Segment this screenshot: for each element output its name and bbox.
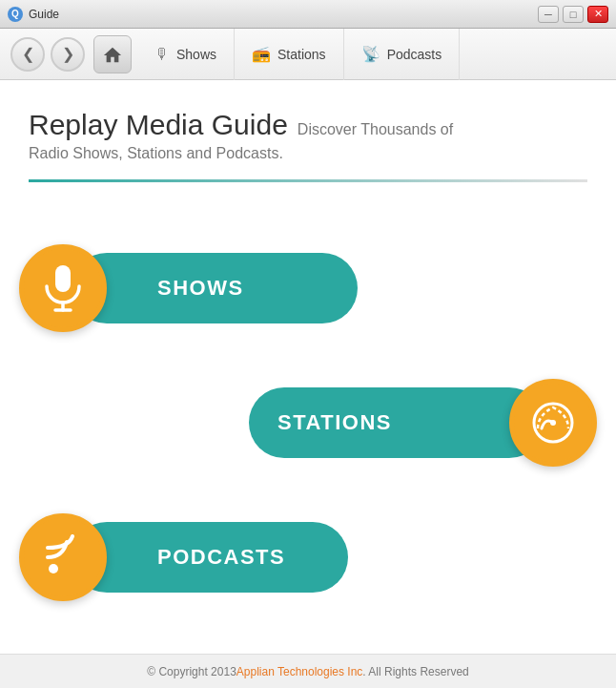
tab-podcasts[interactable]: 📡 Podcasts	[344, 29, 461, 80]
window-controls: ─ □ ✕	[538, 6, 608, 23]
title-bar: Q Guide ─ □ ✕	[0, 0, 616, 29]
shows-button[interactable]: SHOWS	[72, 253, 358, 323]
forward-button[interactable]: ❯	[51, 37, 85, 72]
close-button[interactable]: ✕	[587, 6, 608, 23]
microphone-svg-icon	[41, 263, 85, 313]
stations-circle-icon	[509, 379, 597, 467]
footer-copyright: © Copyright 2013	[147, 665, 236, 678]
svg-rect-0	[55, 265, 71, 292]
svg-point-4	[550, 420, 556, 426]
podcasts-tab-icon: 📡	[361, 45, 380, 63]
tab-shows-label: Shows	[176, 47, 216, 62]
stations-button[interactable]: STATIONS	[249, 387, 544, 458]
footer-text-after: . All Rights Reserved	[362, 665, 468, 678]
window-title: Guide	[29, 8, 59, 21]
nav-toolbar: ❮ ❯ 🎙 Shows 📻 Stations 📡 Podcasts	[0, 29, 616, 80]
buttons-area: SHOWS STATIONS	[29, 211, 587, 635]
stations-tab-icon: 📻	[252, 45, 271, 63]
divider	[29, 179, 587, 182]
shows-circle-icon	[19, 244, 107, 332]
page-title-main: Replay Media Guide	[29, 109, 288, 141]
microphone-icon: 🎙	[154, 46, 170, 63]
podcasts-button-label: PODCASTS	[72, 545, 314, 570]
tab-podcasts-label: Podcasts	[387, 47, 442, 62]
tab-stations-label: Stations	[277, 47, 326, 62]
page-subtitle: Radio Shows, Stations and Podcasts.	[29, 145, 587, 162]
podcasts-circle-icon	[19, 513, 107, 601]
tab-shows[interactable]: 🎙 Shows	[137, 29, 235, 80]
home-icon	[102, 45, 123, 64]
shows-row: SHOWS	[29, 240, 587, 336]
main-content: Replay Media Guide Discover Thousands of…	[0, 80, 616, 654]
stations-row: STATIONS	[29, 375, 587, 470]
back-button[interactable]: ❮	[10, 37, 45, 72]
footer: © Copyright 2013 Applian Technologies In…	[0, 654, 616, 688]
speedometer-svg-icon	[528, 398, 578, 448]
podcasts-button[interactable]: PODCASTS	[72, 522, 348, 593]
footer-link[interactable]: Applian Technologies Inc	[236, 665, 363, 678]
svg-point-5	[49, 564, 58, 573]
minimize-button[interactable]: ─	[538, 6, 559, 23]
maximize-button[interactable]: □	[563, 6, 584, 23]
page-title-sub: Discover Thousands of	[298, 121, 453, 138]
app-icon: Q	[8, 7, 23, 22]
tab-stations[interactable]: 📻 Stations	[235, 29, 344, 80]
stations-button-label: STATIONS	[249, 410, 478, 435]
podcasts-row: PODCASTS	[29, 510, 587, 605]
home-button[interactable]	[93, 35, 132, 73]
page-header: Replay Media Guide Discover Thousands of…	[29, 109, 587, 162]
rss-svg-icon	[40, 534, 86, 580]
